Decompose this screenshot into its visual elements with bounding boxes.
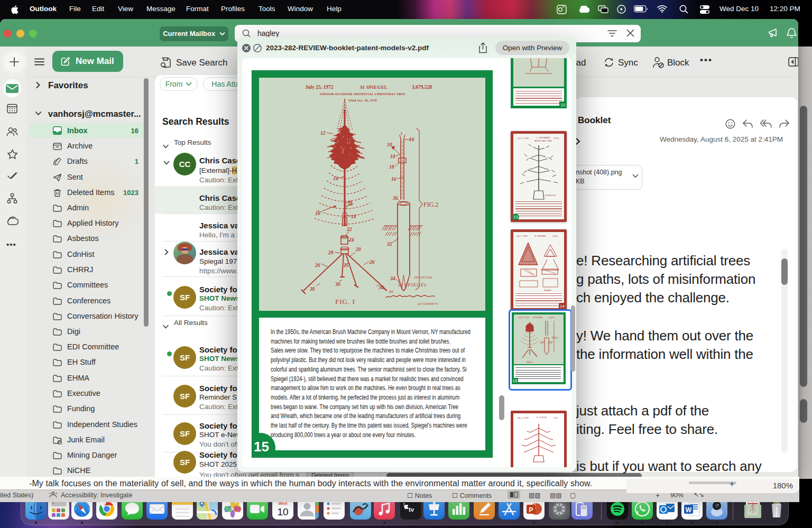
svg-text:18: 18 — [389, 164, 394, 170]
svg-text:30: 30 — [309, 286, 315, 292]
svg-text:14: 14 — [390, 154, 395, 159]
svg-text:10: 10 — [315, 211, 320, 216]
svg-text:16: 16 — [391, 177, 396, 182]
svg-text:28: 28 — [328, 250, 334, 255]
svg-text:INVENTOR.: INVENTOR. — [414, 276, 433, 279]
svg-text:INDOOR-OUTDOOR ARTIFICIAL CHRI: INDOOR-OUTDOOR ARTIFICIAL CHRISTMAS TREE — [320, 92, 405, 96]
svg-text:Dec 5, 1967: Dec 5, 1967 — [518, 137, 529, 140]
svg-text:3,679,528: 3,679,528 — [412, 85, 432, 90]
svg-text:18: 18 — [351, 214, 356, 219]
svg-text:30: 30 — [335, 282, 340, 287]
svg-text:BY: BY — [389, 290, 394, 294]
svg-text:P: P — [529, 506, 533, 514]
svg-text:36: 36 — [392, 196, 398, 201]
svg-text:July 25, 1972: July 25, 1972 — [518, 317, 529, 319]
svg-text:26: 26 — [369, 260, 375, 265]
svg-text:Mar 4, 1969: Mar 4, 1969 — [518, 416, 529, 419]
svg-text:ATTORNEYS: ATTORNEYS — [418, 302, 438, 305]
svg-text:14: 14 — [333, 176, 338, 181]
svg-text:Filed Oct. 30, 1970: Filed Oct. 30, 1970 — [348, 99, 377, 102]
svg-text:3,43: 3,43 — [553, 416, 558, 419]
svg-text:FIG.2: FIG.2 — [552, 337, 558, 339]
svg-text:16: 16 — [348, 201, 353, 207]
svg-text:30: 30 — [378, 285, 384, 290]
svg-text:INVENTOR: INVENTOR — [545, 194, 556, 197]
svg-text:20: 20 — [355, 247, 361, 252]
svg-text:SI SPIEGEL: SI SPIEGEL — [360, 85, 387, 90]
svg-text:SI SPIEGEL: SI SPIEGEL — [398, 282, 427, 288]
svg-text:12: 12 — [320, 131, 326, 136]
svg-text:32: 32 — [386, 242, 392, 247]
svg-text:26: 26 — [315, 263, 320, 268]
svg-text:FIG.2: FIG.2 — [423, 201, 438, 208]
svg-text:W: W — [686, 506, 692, 514]
svg-text:Jan 7, 1969: Jan 7, 1969 — [516, 235, 528, 237]
svg-text:10: 10 — [277, 506, 288, 517]
svg-text:22: 22 — [346, 227, 352, 232]
svg-text:3,420,: 3,420, — [552, 235, 558, 237]
svg-text:34: 34 — [390, 276, 395, 281]
svg-text:FIG. I: FIG. I — [335, 298, 355, 305]
svg-text:ARTIFICIAL TREE: ARTIFICIAL TREE — [534, 140, 552, 142]
svg-text:3,355,: 3,355, — [553, 137, 559, 140]
svg-text:Invent: Invent — [544, 289, 551, 292]
svg-text:10: 10 — [387, 142, 392, 147]
svg-text:S. OLSON: S. OLSON — [537, 416, 547, 419]
svg-text:C. NEUMANN: C. NEUMANN — [537, 136, 550, 139]
svg-text:FIG. I: FIG. I — [527, 360, 533, 364]
svg-text:tv: tv — [409, 506, 414, 513]
svg-text:16: 16 — [409, 137, 414, 142]
svg-text:H. WEYAND: H. WEYAND — [534, 235, 546, 237]
svg-text:July 25, 1972: July 25, 1972 — [305, 85, 333, 90]
svg-text:3,679,5: 3,679,5 — [549, 317, 555, 319]
svg-text:25: 25 — [343, 263, 349, 268]
svg-text:24: 24 — [348, 237, 354, 243]
svg-text:SI SPIEGEL: SI SPIEGEL — [533, 317, 543, 319]
